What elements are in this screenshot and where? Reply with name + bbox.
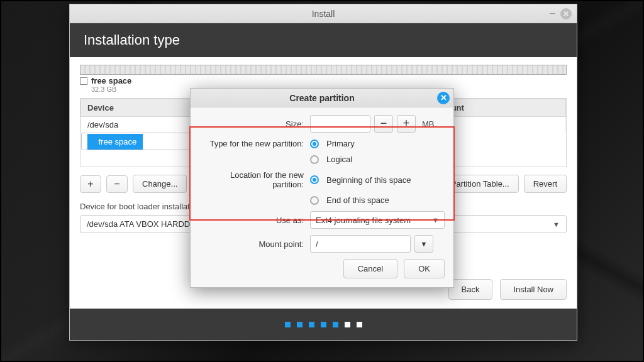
back-button[interactable]: Back xyxy=(448,279,493,300)
radio-location-begin[interactable] xyxy=(310,175,319,184)
mount-point-value: / xyxy=(316,239,318,249)
free-space-size: 32.3 GB xyxy=(91,85,131,93)
pager-dot[interactable] xyxy=(345,322,350,327)
pager-dot[interactable] xyxy=(309,322,314,327)
install-now-button[interactable]: Install Now xyxy=(500,279,567,300)
free-space-label: free space xyxy=(91,76,131,85)
partition-type-label: Type for the new partition: xyxy=(199,139,310,148)
use-as-label: Use as: xyxy=(199,216,310,225)
cancel-button[interactable]: Cancel xyxy=(343,259,397,278)
free-space-swatch xyxy=(80,77,87,85)
pager-dot[interactable] xyxy=(333,322,338,327)
pager-dot[interactable] xyxy=(297,322,303,327)
radio-logical[interactable] xyxy=(310,155,319,164)
location-label: Location for the new partition: xyxy=(199,170,310,189)
step-pager xyxy=(70,309,577,340)
use-as-value: Ext4 journaling file system xyxy=(316,216,411,225)
radio-location-end[interactable] xyxy=(310,196,319,205)
page-heading: Installation type xyxy=(70,23,577,57)
pager-dot[interactable] xyxy=(357,322,362,327)
ok-button[interactable]: OK xyxy=(404,259,445,278)
pager-dot[interactable] xyxy=(285,322,291,327)
chevron-down-icon: ▼ xyxy=(553,221,560,228)
bootloader-device-value: /dev/sda ATA VBOX HARDDISK xyxy=(87,219,203,229)
mount-point-label: Mount point: xyxy=(199,239,310,249)
radio-location-end-label: End of this space xyxy=(326,195,389,205)
disk-usage-bar[interactable] xyxy=(80,65,567,75)
mount-point-input[interactable]: / xyxy=(310,235,411,253)
remove-partition-button[interactable]: − xyxy=(106,175,128,193)
dialog-title: Create partition xyxy=(289,93,354,103)
create-partition-dialog: Create partition ✕ Size: − + MB Type for… xyxy=(190,88,454,288)
desktop-background: Install – ✕ Installation type free space… xyxy=(0,0,644,362)
dialog-titlebar: Create partition ✕ xyxy=(191,89,453,107)
radio-location-begin-label: Beginning of this space xyxy=(326,175,411,185)
pager-dot[interactable] xyxy=(321,322,326,327)
close-icon[interactable]: ✕ xyxy=(560,8,572,19)
radio-logical-label: Logical xyxy=(326,155,352,164)
window-titlebar: Install – ✕ xyxy=(70,4,577,23)
revert-button[interactable]: Revert xyxy=(524,175,567,193)
use-as-select[interactable]: Ext4 journaling file system ▼ xyxy=(310,211,445,229)
minimize-icon[interactable]: – xyxy=(550,9,555,18)
size-increment-button[interactable]: + xyxy=(397,115,416,133)
chevron-down-icon: ▼ xyxy=(432,216,439,224)
change-partition-button[interactable]: Change... xyxy=(133,175,187,193)
dialog-close-icon[interactable]: ✕ xyxy=(437,92,450,104)
cell-device: free space xyxy=(87,134,144,150)
wizard-nav: Back Install Now xyxy=(448,279,567,300)
window-title: Install xyxy=(312,9,335,19)
size-label: Size: xyxy=(199,119,310,129)
size-input[interactable] xyxy=(310,115,370,133)
radio-primary[interactable] xyxy=(310,140,319,148)
mount-point-dropdown-button[interactable]: ▼ xyxy=(414,235,433,253)
add-partition-button[interactable]: + xyxy=(80,175,101,193)
radio-primary-label: Primary xyxy=(326,139,355,148)
size-unit: MB xyxy=(422,119,435,129)
size-decrement-button[interactable]: − xyxy=(374,115,393,133)
